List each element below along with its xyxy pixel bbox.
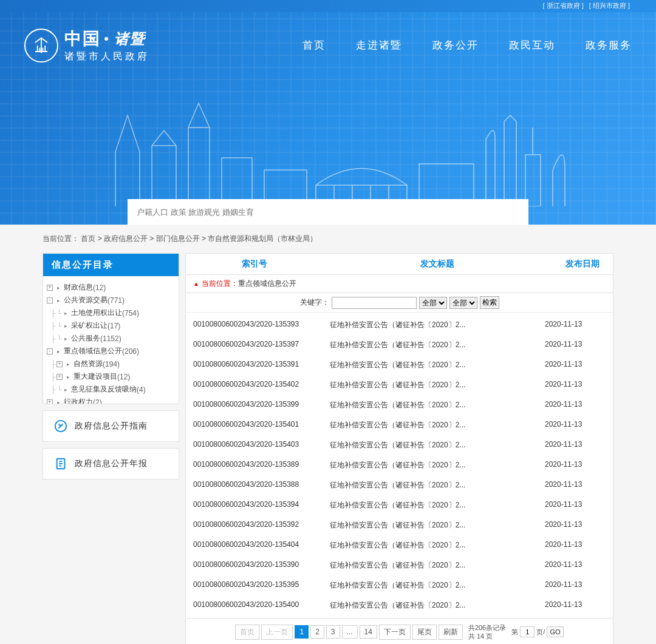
- crumb-dept-info[interactable]: 部门信息公开: [156, 234, 200, 243]
- table-row: 001008006002043/2020-135395征地补偿安置公告（诸征补告…: [192, 575, 607, 595]
- tree-item[interactable]: ├└▸意见征集及反馈吸纳(4): [47, 383, 175, 396]
- row-title[interactable]: 征地补偿安置公告（诸征补告〔2020〕2...: [330, 540, 545, 551]
- table-row: 001008006002043/2020-135390征地补偿安置公告（诸征补告…: [192, 555, 607, 575]
- result-rows: 001008006002043/2020-135393征地补偿安置公告（诸征补告…: [186, 313, 613, 618]
- tree-item[interactable]: ├+▸重大建设项目(12): [47, 370, 175, 383]
- pager-page-14[interactable]: 14: [360, 625, 377, 639]
- row-title[interactable]: 征地补偿安置公告（诸征补告〔2020〕2...: [330, 480, 545, 490]
- current-position-label: 当前位置：: [202, 279, 238, 289]
- tree-item-count: (754): [122, 309, 139, 317]
- pager-page-2[interactable]: 2: [310, 625, 324, 639]
- table-row: 001008006002043/2020-135388征地补偿安置公告（诸征补告…: [192, 475, 607, 495]
- nav-about[interactable]: 走进诸暨: [356, 38, 402, 52]
- row-date: 2020-11-13: [545, 420, 606, 430]
- tree-branch-icon: ├: [50, 385, 56, 394]
- tree-item-count: (4): [137, 385, 146, 394]
- col-head-date: 发布日期: [552, 254, 613, 274]
- tree-item[interactable]: ├└▸采矿权出让(17): [47, 319, 175, 332]
- table-row: 001008006002043/2020-135399征地补偿安置公告（诸征补告…: [192, 395, 607, 415]
- crumb-home[interactable]: 首页: [81, 234, 95, 243]
- banner: 中国诸暨 诸暨市人民政府 首页 走进诸暨 政务公开 政民互动 政务服务: [0, 12, 656, 225]
- row-date: 2020-11-13: [545, 480, 606, 490]
- pager-page-1[interactable]: 1: [295, 625, 309, 639]
- row-index: 001008006002043/2020-135391: [193, 360, 330, 370]
- tree-expand-icon[interactable]: +: [56, 374, 63, 380]
- row-title[interactable]: 征地补偿安置公告（诸征补告〔2020〕2...: [330, 320, 545, 330]
- tree-item[interactable]: +▸行政权力(2): [47, 396, 175, 404]
- tree-item[interactable]: -▸重点领域信息公开(206): [47, 345, 175, 358]
- table-row: 001008006002043/2020-135393征地补偿安置公告（诸征补告…: [192, 315, 607, 335]
- nav-affairs[interactable]: 政务公开: [432, 38, 479, 52]
- pager-goto-group: 第 页/: [511, 626, 545, 637]
- row-title[interactable]: 征地补偿安置公告（诸征补告〔2020〕2...: [330, 340, 545, 350]
- row-title[interactable]: 征地补偿安置公告（诸征补告〔2020〕2...: [330, 500, 545, 510]
- sidebar-link-label: 政府信息公开年报: [75, 458, 148, 469]
- header-link-zhejiang[interactable]: [ 浙江省政府 ]: [542, 2, 583, 9]
- site-logo[interactable]: 中国诸暨 诸暨市人民政府: [24, 27, 149, 63]
- filter-select-1[interactable]: 全部: [419, 297, 447, 309]
- nav-interaction[interactable]: 政民互动: [509, 38, 555, 52]
- row-title[interactable]: 征地补偿安置公告（诸征补告〔2020〕2...: [330, 400, 545, 410]
- tree-expand-icon[interactable]: -: [47, 348, 53, 354]
- folder-icon: ▸: [63, 310, 69, 316]
- document-icon: [54, 457, 67, 470]
- tree-item-count: (771): [108, 296, 125, 305]
- row-date: 2020-11-13: [545, 580, 606, 591]
- row-date: 2020-11-13: [545, 560, 606, 571]
- row-title[interactable]: 征地补偿安置公告（诸征补告〔2020〕2...: [330, 520, 545, 530]
- row-title[interactable]: 征地补偿安置公告（诸征补告〔2020〕2...: [330, 560, 545, 571]
- row-title[interactable]: 征地补偿安置公告（诸征补告〔2020〕2...: [330, 440, 545, 450]
- sidebar: 信息公开目录 +▸财政信息(12)-▸公共资源交易(771)├└▸土地使用权出让…: [43, 253, 179, 644]
- nav-service[interactable]: 政务服务: [586, 38, 632, 52]
- folder-icon: ▸: [63, 322, 69, 329]
- row-title[interactable]: 征地补偿安置公告（诸征补告〔2020〕2...: [330, 460, 545, 470]
- tree-item-label: 自然资源: [73, 359, 103, 369]
- pager-last[interactable]: 尾页: [412, 625, 437, 640]
- tree-item[interactable]: -▸公共资源交易(771): [47, 294, 175, 307]
- header-link-shaoxing[interactable]: [ 绍兴市政府 ]: [589, 2, 630, 9]
- pager-next[interactable]: 下一页: [379, 625, 411, 640]
- filter-select-2[interactable]: 全部: [449, 297, 477, 309]
- pager-refresh[interactable]: 刷新: [439, 625, 463, 640]
- breadcrumb: 当前位置： 首页 > 政府信息公开 > 部门信息公开 > 市自然资源和规划局（市…: [36, 234, 620, 244]
- table-row: 001008006002043/2020-135397征地补偿安置公告（诸征补告…: [192, 335, 607, 355]
- row-title[interactable]: 征地补偿安置公告（诸征补告〔2020〕2...: [330, 380, 545, 390]
- sidebar-link-guide[interactable]: 政府信息公开指南: [43, 410, 179, 442]
- tree-item-count: (17): [108, 322, 120, 330]
- row-index: 001008006002043/2020-135393: [193, 320, 330, 330]
- row-date: 2020-11-13: [545, 500, 606, 510]
- pager-go-button[interactable]: GO: [547, 626, 563, 637]
- pager-first[interactable]: 首页: [235, 625, 259, 640]
- nav-home[interactable]: 首页: [302, 38, 326, 52]
- tree-item[interactable]: ├+▸自然资源(194): [47, 358, 175, 370]
- pager-prev[interactable]: 上一页: [261, 625, 293, 640]
- row-date: 2020-11-13: [545, 340, 606, 350]
- row-title[interactable]: 征地补偿安置公告（诸征补告〔2020〕2...: [330, 580, 545, 591]
- crumb-gov-info[interactable]: 政府信息公开: [104, 234, 148, 243]
- row-title[interactable]: 征地补偿安置公告（诸征补告〔2020〕2...: [330, 420, 545, 430]
- row-date: 2020-11-13: [545, 600, 606, 611]
- pager-page-3[interactable]: 3: [326, 625, 340, 639]
- tree-expand-icon[interactable]: -: [47, 297, 53, 303]
- tree-item[interactable]: ├└▸土地使用权出让(754): [47, 307, 175, 319]
- row-index: 001008006002043/2020-135395: [193, 580, 330, 591]
- pager-goto-input[interactable]: [520, 626, 535, 637]
- tree-item-count: (12): [117, 373, 130, 381]
- tree-item-label: 土地使用权出让: [71, 308, 122, 318]
- table-row: 001008006002043/2020-135402征地补偿安置公告（诸征补告…: [192, 375, 607, 395]
- sidebar-link-annual[interactable]: 政府信息公开年报: [43, 448, 179, 480]
- row-index: 001008006002043/2020-135401: [193, 420, 330, 430]
- tree-item[interactable]: +▸财政信息(12): [47, 281, 175, 294]
- keyword-input[interactable]: [332, 297, 417, 309]
- row-title[interactable]: 征地补偿安置公告（诸征补告〔2020〕2...: [330, 360, 545, 370]
- search-button[interactable]: 检索: [480, 296, 499, 309]
- search-input[interactable]: [137, 208, 519, 217]
- tree-item[interactable]: ├└▸公共服务(1152): [47, 332, 175, 345]
- row-date: 2020-11-13: [545, 360, 606, 370]
- tree-expand-icon[interactable]: +: [47, 399, 53, 404]
- tree-expand-icon[interactable]: +: [47, 285, 53, 291]
- tree-expand-icon[interactable]: +: [56, 361, 63, 367]
- table-header: 索引号 发文标题 发布日期: [186, 254, 613, 275]
- category-tree[interactable]: +▸财政信息(12)-▸公共资源交易(771)├└▸土地使用权出让(754)├└…: [43, 276, 179, 404]
- row-title[interactable]: 征地补偿安置公告（诸征补告〔2020〕2...: [330, 600, 545, 611]
